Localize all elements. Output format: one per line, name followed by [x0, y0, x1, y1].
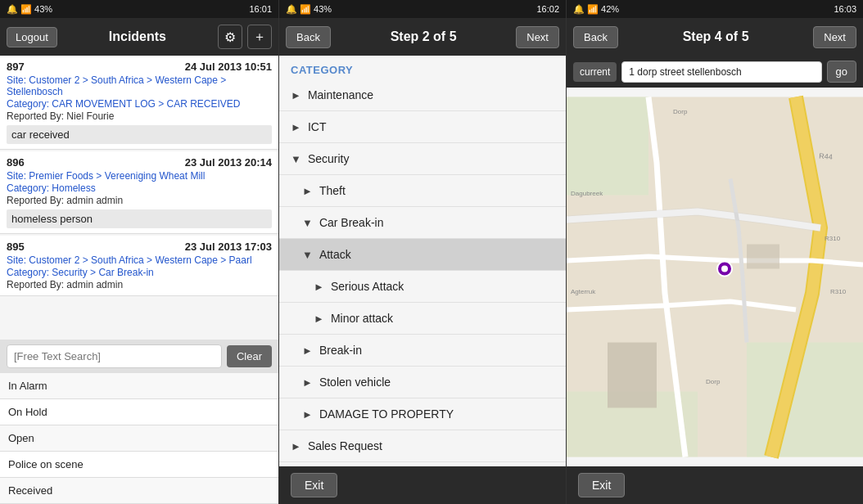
step-title-3: Step 4 of 5 [683, 29, 749, 44]
arrow-ict: ► [291, 121, 301, 133]
cat-attack[interactable]: ▼ Attack [279, 239, 566, 271]
filter-open[interactable]: Open [0, 425, 278, 452]
map-svg: R44 R310 R310 Dorp Dorp Dagubreek Agterr… [567, 88, 863, 466]
cat-sales-request-label: Sales Request [308, 439, 382, 452]
svg-rect-14 [608, 343, 657, 408]
arrow-damage-property: ► [302, 408, 313, 421]
status-time-1: 16:01 [249, 4, 272, 14]
category-nav-bar: Back Step 2 of 5 Next [279, 18, 566, 56]
incidents-header: Logout Incidents ⚙ ＋ [0, 18, 278, 56]
cat-security[interactable]: ▼ Security [279, 143, 566, 175]
next-button-3[interactable]: Next [813, 26, 856, 48]
svg-rect-1 [567, 97, 648, 196]
incident-895-header: 895 23 Jul 2013 17:03 [7, 241, 272, 253]
incident-897-desc: car received [7, 125, 272, 144]
cat-stolen-vehicle[interactable]: ► Stolen vehicle [279, 367, 566, 398]
incident-897-category: Category: CAR MOVEMENT LOG > CAR RECEIVE… [7, 98, 272, 110]
svg-text:Dagubreek: Dagubreek [571, 190, 603, 197]
incident-item-895[interactable]: 895 23 Jul 2013 17:03 Site: Customer 2 >… [0, 236, 278, 296]
current-label: current [573, 62, 617, 82]
map-background: R44 R310 R310 Dorp Dorp Dagubreek Agterr… [567, 88, 863, 466]
svg-text:Dorp: Dorp [706, 378, 721, 385]
status-left-3: 🔔 📶 42% [573, 4, 619, 15]
back-button-3[interactable]: Back [573, 26, 618, 48]
arrow-minor-attack: ► [314, 313, 324, 325]
cat-break-in-label: Break-in [319, 344, 362, 357]
status-left-2: 🔔 📶 43% [286, 4, 332, 15]
arrow-break-in: ► [302, 344, 313, 357]
cat-sales-request[interactable]: ► Sales Request [279, 430, 566, 462]
svg-text:R310: R310 [830, 288, 847, 295]
panel-category: 🔔 📶 43% 16:02 Back Step 2 of 5 Next CATE… [278, 0, 567, 504]
incident-item-897[interactable]: 897 24 Jul 2013 10:51 Site: Customer 2 >… [0, 56, 278, 150]
status-left-1: 🔔 📶 43% [7, 4, 52, 15]
search-row: Clear [7, 344, 272, 368]
arrow-car-break-in: ▼ [302, 217, 313, 229]
incidents-list: 897 24 Jul 2013 10:51 Site: Customer 2 >… [0, 56, 278, 340]
cat-maintenance-label: Maintenance [308, 88, 373, 101]
svg-text:R44: R44 [819, 152, 833, 161]
cat-break-in[interactable]: ► Break-in [279, 335, 566, 367]
cat-attack-label: Attack [319, 248, 351, 261]
incident-896-date: 23 Jul 2013 20:14 [185, 156, 272, 169]
cat-minor-attack[interactable]: ► Minor attack [279, 303, 566, 335]
search-input[interactable] [7, 344, 222, 368]
filter-received[interactable]: Received [0, 478, 278, 504]
incident-item-896[interactable]: 896 23 Jul 2013 20:14 Site: Premier Food… [0, 151, 278, 234]
incident-897-site: Site: Customer 2 > South Africa > Wester… [7, 74, 272, 97]
cat-ict-label: ICT [308, 120, 327, 133]
exit-button-2[interactable]: Exit [291, 473, 337, 497]
filter-in-alarm[interactable]: In Alarm [0, 373, 278, 399]
cat-theft-label: Theft [319, 184, 346, 197]
add-icon[interactable]: ＋ [247, 25, 272, 49]
filter-on-hold[interactable]: On Hold [0, 399, 278, 425]
status-bar-1: 🔔 📶 43% 16:01 [0, 0, 278, 18]
cat-car-break-in-label: Car Break-in [319, 216, 384, 229]
arrow-security: ▼ [291, 153, 301, 165]
logout-button[interactable]: Logout [7, 27, 57, 47]
search-section: Clear [0, 340, 278, 373]
settings-icon[interactable]: ⚙ [218, 25, 242, 49]
cat-ict[interactable]: ► ICT [279, 111, 566, 143]
next-button-2[interactable]: Next [516, 26, 559, 48]
arrow-theft: ► [302, 185, 313, 197]
map-area[interactable]: R44 R310 R310 Dorp Dorp Dagubreek Agterr… [567, 88, 863, 466]
arrow-serious-attack: ► [314, 281, 324, 293]
incidents-title: Incidents [109, 29, 166, 44]
cat-security-label: Security [308, 152, 350, 165]
cat-damage-property-label: DAMAGE TO PROPERTY [319, 407, 454, 421]
svg-text:Agterruk: Agterruk [571, 288, 596, 295]
status-time-2: 16:02 [536, 4, 559, 14]
cat-minor-attack-label: Minor attack [331, 312, 393, 325]
back-button-2[interactable]: Back [286, 26, 331, 48]
cat-theft[interactable]: ► Theft [279, 175, 566, 207]
step-title-2: Step 2 of 5 [391, 29, 457, 44]
incident-897-date: 24 Jul 2013 10:51 [185, 61, 272, 73]
cat-damage-to-property[interactable]: ► DAMAGE TO PROPERTY [279, 398, 566, 430]
status-time-3: 16:03 [834, 4, 856, 14]
map-nav-bar: Back Step 4 of 5 Next [567, 18, 863, 56]
svg-rect-2 [747, 343, 863, 457]
filter-police[interactable]: Police on scene [0, 452, 278, 478]
panel-map: 🔔 📶 42% 16:03 Back Step 4 of 5 Next curr… [567, 0, 863, 504]
incident-897-header: 897 24 Jul 2013 10:51 [7, 61, 272, 73]
svg-text:Dorp: Dorp [673, 108, 688, 115]
clear-button[interactable]: Clear [227, 345, 272, 367]
location-input[interactable] [621, 61, 821, 83]
cat-maintenance[interactable]: ► Maintenance [279, 79, 566, 111]
incident-895-date: 23 Jul 2013 17:03 [185, 241, 272, 253]
arrow-attack: ▼ [302, 249, 313, 261]
exit-bar-2: Exit [279, 466, 566, 504]
incident-896-desc: homeless person [7, 209, 272, 228]
incident-896-reporter: Reported By: admin admin [7, 195, 272, 206]
arrow-maintenance: ► [291, 89, 301, 101]
incident-895-site: Site: Customer 2 > South Africa > Wester… [7, 254, 272, 266]
incident-895-reporter: Reported By: admin admin [7, 279, 272, 290]
cat-serious-attack[interactable]: ► Serious Attack [279, 271, 566, 303]
incident-896-id: 896 [7, 156, 25, 169]
svg-text:R310: R310 [825, 235, 841, 242]
exit-button-3[interactable]: Exit [578, 473, 625, 497]
arrow-sales-request: ► [291, 440, 301, 452]
cat-car-break-in[interactable]: ▼ Car Break-in [279, 207, 566, 239]
go-button[interactable]: go [827, 61, 856, 83]
